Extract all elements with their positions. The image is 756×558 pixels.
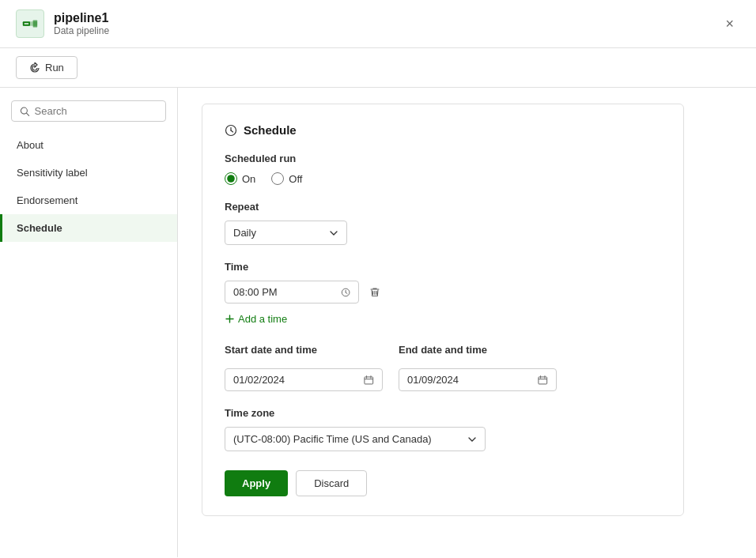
app-subtitle: Data pipeline <box>54 25 109 36</box>
svg-rect-14 <box>376 291 377 295</box>
svg-rect-3 <box>25 23 29 25</box>
trash-icon <box>369 286 381 299</box>
schedule-card: Schedule Scheduled run On Off <box>202 104 684 516</box>
svg-line-5 <box>26 113 28 115</box>
svg-rect-21 <box>539 376 547 383</box>
time-input-wrapper[interactable] <box>225 281 359 304</box>
start-date-input-wrapper[interactable] <box>225 368 383 391</box>
subheader: Run <box>0 48 756 88</box>
header-left: pipeline1 Data pipeline <box>16 9 109 38</box>
sidebar-item-endorsement[interactable]: Endorsement <box>0 187 177 214</box>
header-titles: pipeline1 Data pipeline <box>54 11 109 36</box>
repeat-dropdown[interactable]: Daily <box>225 221 347 245</box>
run-button[interactable]: Run <box>16 56 77 79</box>
time-label: Time <box>225 261 661 273</box>
timezone-chevron-icon <box>467 435 477 444</box>
calendar-icon <box>364 375 374 386</box>
add-time-label: Add a time <box>238 313 287 325</box>
svg-rect-17 <box>365 376 373 383</box>
delete-time-button[interactable] <box>365 283 384 302</box>
sidebar-item-endorsement-label: Endorsement <box>17 194 77 206</box>
main-layout: About Sensitivity label Endorsement Sche… <box>0 88 756 557</box>
sidebar-item-schedule[interactable]: Schedule <box>0 214 177 242</box>
timezone-label: Time zone <box>225 407 661 419</box>
section-title: Schedule <box>244 123 297 137</box>
radio-on-input[interactable] <box>225 172 237 185</box>
add-time-button[interactable]: Add a time <box>225 310 287 328</box>
start-date-field: Start date and time <box>225 344 383 391</box>
content-area: Schedule Scheduled run On Off <box>178 88 756 557</box>
timezone-value: (UTC-08:00) Pacific Time (US and Canada) <box>233 433 432 445</box>
discard-button[interactable]: Discard <box>296 470 367 496</box>
section-header: Schedule <box>225 123 661 137</box>
sidebar-item-about[interactable]: About <box>0 131 177 159</box>
run-label: Run <box>45 62 64 74</box>
search-icon <box>20 106 30 117</box>
end-date-input[interactable] <box>407 374 533 386</box>
radio-group: On Off <box>225 172 661 185</box>
close-button[interactable]: × <box>719 13 740 36</box>
end-date-label: End date and time <box>399 344 557 356</box>
radio-off[interactable]: Off <box>271 172 302 185</box>
header: pipeline1 Data pipeline × <box>0 0 756 48</box>
svg-rect-12 <box>372 291 373 295</box>
action-buttons: Apply Discard <box>225 470 661 496</box>
radio-off-input[interactable] <box>271 172 284 185</box>
sidebar-item-about-label: About <box>17 139 43 151</box>
clock-icon <box>225 124 237 137</box>
repeat-value: Daily <box>233 227 256 239</box>
time-section: Time <box>225 261 661 328</box>
chevron-down-icon <box>329 228 338 238</box>
timezone-dropdown[interactable]: (UTC-08:00) Pacific Time (US and Canada) <box>225 427 486 451</box>
sidebar: About Sensitivity label Endorsement Sche… <box>0 88 178 557</box>
search-input[interactable] <box>35 105 157 117</box>
time-input[interactable] <box>233 286 336 298</box>
radio-on[interactable]: On <box>225 172 255 185</box>
radio-on-label: On <box>242 173 255 185</box>
time-row <box>225 281 661 304</box>
search-box[interactable] <box>11 100 166 122</box>
plus-icon <box>225 314 235 324</box>
svg-rect-13 <box>374 291 375 295</box>
refresh-icon <box>29 62 40 74</box>
scheduled-run-section: Scheduled run On Off <box>225 153 661 185</box>
svg-line-8 <box>231 130 233 132</box>
calendar-end-icon <box>538 375 548 386</box>
start-date-label: Start date and time <box>225 344 383 356</box>
sidebar-item-sensitivity-label-label: Sensitivity label <box>17 167 88 179</box>
svg-rect-2 <box>33 20 37 27</box>
app-title: pipeline1 <box>54 11 109 25</box>
svg-line-11 <box>346 292 347 294</box>
radio-off-label: Off <box>289 173 302 185</box>
start-date-input[interactable] <box>233 374 359 386</box>
scheduled-run-label: Scheduled run <box>225 153 661 164</box>
apply-button[interactable]: Apply <box>225 470 288 496</box>
date-range-section: Start date and time End date and time <box>225 344 661 391</box>
sidebar-item-sensitivity-label[interactable]: Sensitivity label <box>0 159 177 187</box>
repeat-section: Repeat Daily <box>225 201 661 245</box>
pipeline-icon <box>16 9 44 38</box>
end-date-input-wrapper[interactable] <box>399 368 557 391</box>
end-date-field: End date and time <box>399 344 557 391</box>
timezone-section: Time zone (UTC-08:00) Pacific Time (US a… <box>225 407 661 451</box>
sidebar-item-schedule-label: Schedule <box>17 222 62 234</box>
clock-small-icon <box>341 287 350 298</box>
repeat-label: Repeat <box>225 201 661 213</box>
